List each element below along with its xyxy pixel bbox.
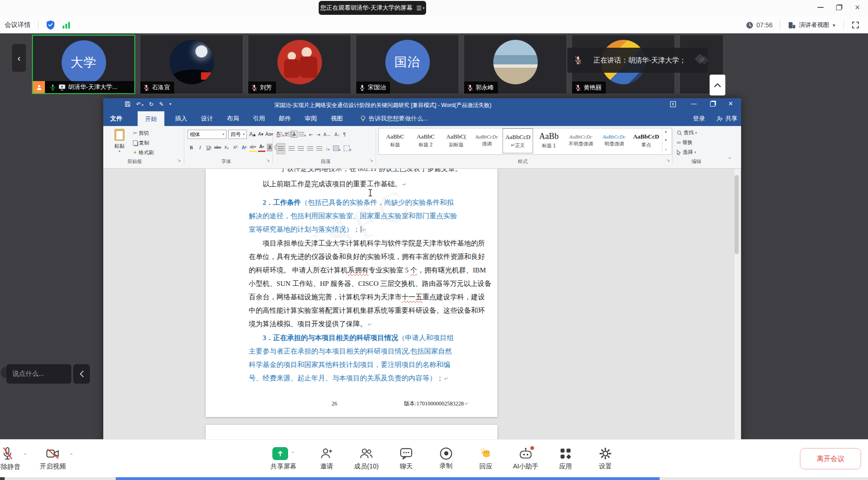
participant-tile[interactable]: 郭永峰 [464,35,567,94]
find-button[interactable]: 查找▾ [677,129,697,136]
share-options-chevron[interactable]: ⌃ [291,451,295,455]
document-area[interactable]: NSFC 于软件定义网络技术，在 802.11 协议上已发表了多篇文章。 以上前… [103,169,741,480]
replace-button[interactable]: ab 替换 [677,139,697,146]
format-painter-button[interactable]: ✦格式刷 [133,149,154,156]
tab-home[interactable]: 开始 [138,111,164,126]
video-options-chevron[interactable]: ⌃ [69,453,73,457]
copy-button[interactable]: 复制 [133,139,154,146]
numbering-button[interactable]: ▾ [288,130,296,139]
view-mode-select[interactable]: 演讲者视图 [799,21,829,29]
chat-input[interactable]: 说点什么... [6,364,71,384]
font-dialog-launcher[interactable]: ↘ [266,158,270,163]
unmute-button[interactable]: 解除静音 [0,442,22,476]
document-page[interactable]: NSFC 于软件定义网络技术，在 802.11 协议上已发表了多篇文章。 以上前… [206,169,497,417]
banner-menu-icon[interactable]: ☰ ▾ [416,5,425,12]
bullets-button[interactable]: ▾ [277,130,284,139]
shading-button[interactable]: ▾ [333,145,341,153]
styles-dialog-launcher[interactable]: ↘ [667,158,670,163]
word-close-button[interactable]: × [729,100,733,108]
meeting-details-link[interactable]: 会议详情 [5,21,31,29]
font-name-combo[interactable]: 楷体▾ [188,130,226,139]
sort-button[interactable]: A↓ [334,132,340,137]
distribute-button[interactable] [316,145,322,153]
start-video-button[interactable]: 开启视频 [37,442,69,476]
superscript-button[interactable]: X² [232,144,239,152]
font-size-combo[interactable]: 四号▾ [228,130,247,139]
strikethrough-button[interactable]: abe [214,144,221,152]
style-item[interactable]: AaBbC 标题 2 [411,128,440,152]
collapse-ribbon-button[interactable]: ⌃ [728,157,731,162]
align-center-button[interactable] [289,145,295,153]
window-restore-button[interactable] [832,2,846,13]
thumbnails-scroll-left-button[interactable]: ‹ [12,44,26,72]
participant-tile[interactable]: 国治 宋国治 [356,35,459,94]
show-marks-button[interactable]: ¶ [343,132,346,137]
style-item[interactable]: AaBbCcD 要点 [631,128,661,152]
select-button[interactable]: 选择▾ [677,149,697,156]
asian-layout-button[interactable]: A↔ [323,132,331,137]
word-minimize-button[interactable] [691,104,697,104]
more-styles-button[interactable]: ⤓ [665,147,667,151]
reactions-button[interactable]: 回应 [466,442,506,476]
style-item[interactable]: AaBbCcDc 不明显强调 [565,128,597,152]
ribbon-display-options-button[interactable] [670,101,676,109]
mic-options-chevron[interactable]: ⌃ [23,453,27,457]
font-color-button[interactable]: A▾ [258,143,265,152]
scrollbar-thumb[interactable] [735,175,739,254]
tab-view[interactable]: 视图 [324,111,350,126]
style-item[interactable]: AaBbCcDc 强调 [472,128,502,152]
tab-review[interactable]: 审阅 [298,111,324,126]
scroll-up-button[interactable]: ▲ [664,130,667,133]
style-item-selected[interactable]: AaBbCcD ↵正文 [503,128,533,153]
style-item[interactable]: AaBbC( 副标题 [441,128,471,152]
tab-file[interactable]: 文件 [103,111,129,126]
scroll-down-button[interactable]: ▼ [664,139,667,142]
tab-mailings[interactable]: 邮件 [272,111,298,126]
record-button[interactable]: 录制 [426,442,466,476]
share-screen-button[interactable]: ⌃ 共享屏幕 [260,442,307,476]
bold-button[interactable]: B [188,144,195,152]
style-item[interactable]: AaBbC 标题 [380,128,410,152]
style-item[interactable]: AaBb 标题 1 [534,128,564,152]
clipboard-dialog-launcher[interactable]: ↘ [177,158,181,163]
ai-assistant-button[interactable]: AI小助手 [506,442,546,476]
word-scrollbar[interactable] [735,169,740,480]
participant-tile[interactable]: 刘芳 [248,35,351,94]
tell-me-box[interactable]: 告诉我您想要做什么... [353,111,435,126]
signin-link[interactable]: 登录 [693,111,705,126]
tab-references[interactable]: 引用 [246,111,272,126]
participant-tile[interactable]: 大学 胡清华-天津大学... [32,35,135,94]
word-restore-button[interactable] [710,101,715,107]
tab-insert[interactable]: 插入 [168,111,194,126]
settings-button[interactable]: 设置 [585,442,625,476]
underline-button[interactable]: U▾ [205,144,213,152]
window-close-button[interactable]: × [850,2,864,13]
text-effects-button[interactable]: A▾ [240,144,248,152]
cut-button[interactable]: ✂剪切 [133,130,154,137]
paragraph-dialog-launcher[interactable]: ↘ [370,158,373,163]
style-item[interactable]: AaBbCcDc 明显强调 [598,128,630,152]
decrease-indent-button[interactable]: ⇤ [309,132,313,137]
shrink-font-button[interactable]: A▾ [257,130,264,138]
align-left-button[interactable] [277,143,285,154]
chat-button[interactable]: 聊天 [386,442,426,476]
italic-button[interactable]: I [196,144,204,152]
grow-font-button[interactable]: A▴ [249,130,256,138]
participant-tile[interactable]: 石洛宜 [140,35,243,94]
borders-button[interactable]: ▾ [344,145,352,153]
justify-button[interactable] [307,145,313,153]
network-signal-icon[interactable] [63,21,71,29]
line-spacing-button[interactable]: ↕▾ [326,146,330,152]
tab-layout[interactable]: 布局 [220,111,246,126]
highlight-button[interactable]: ab▾ [249,143,257,152]
multilevel-list-button[interactable]: ▾ [298,130,306,139]
collapse-thumbnails-button[interactable] [710,75,725,95]
fullscreen-button[interactable] [851,21,860,29]
chat-collapse-button[interactable] [73,364,90,384]
window-minimize-button[interactable] [813,2,827,13]
security-shield-icon[interactable] [46,20,55,30]
invite-button[interactable]: 邀请 [307,442,346,476]
share-button[interactable]: 共享 [717,111,737,126]
align-right-button[interactable] [298,145,304,153]
apps-button[interactable]: 应用 [546,442,585,476]
